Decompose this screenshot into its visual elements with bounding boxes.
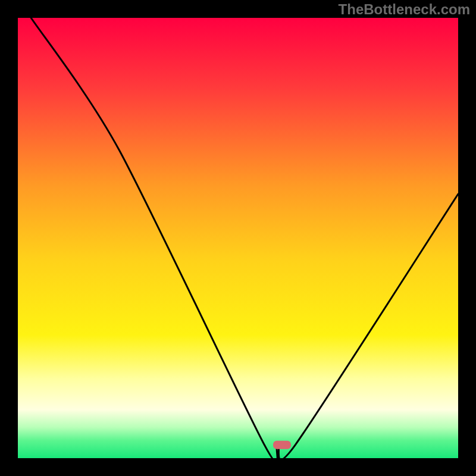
watermark-text: TheBottleneck.com [339, 1, 470, 18]
optimal-marker [273, 441, 291, 449]
bottleneck-chart: TheBottleneck.com [0, 0, 476, 476]
chart-svg [0, 0, 476, 476]
